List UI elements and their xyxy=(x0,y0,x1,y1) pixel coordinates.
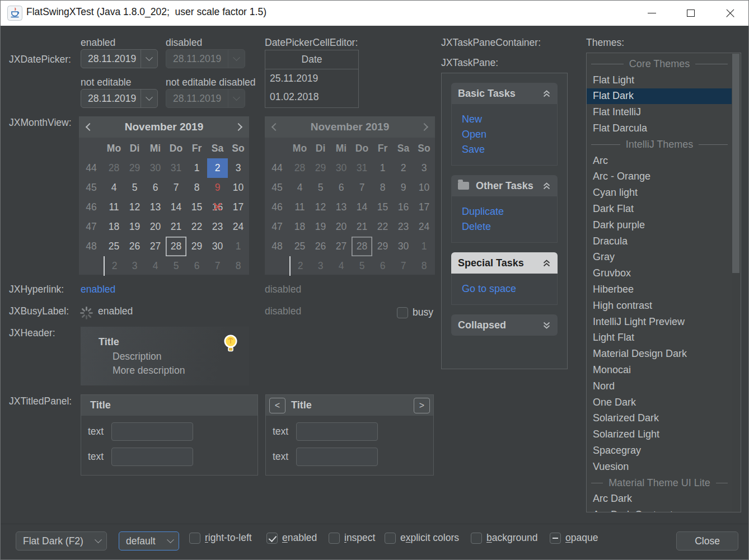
theme-item[interactable]: Arc xyxy=(587,153,732,169)
collapse-double-chevron-icon[interactable] xyxy=(542,259,551,267)
calendar-day[interactable]: 24 xyxy=(228,217,249,237)
calendar-day[interactable]: 28 xyxy=(104,158,124,178)
calendar-day[interactable]: 5 xyxy=(166,256,186,276)
taskpane-action-link[interactable]: Go to space xyxy=(462,281,557,297)
calendar-day[interactable]: 7 xyxy=(207,256,228,276)
calendar-day[interactable]: 6 xyxy=(186,256,207,276)
calendar-day[interactable]: 2 xyxy=(207,158,228,178)
titled-panel-text-input[interactable] xyxy=(111,448,193,466)
theme-item[interactable]: Gray xyxy=(587,250,732,266)
theme-item[interactable]: Dracula xyxy=(587,233,732,250)
titled-panel-text-input[interactable] xyxy=(296,448,378,466)
theme-item[interactable]: Material Design Dark xyxy=(587,346,732,362)
taskpane-header[interactable]: Basic Tasks xyxy=(451,83,558,104)
taskpane-header[interactable]: Special Tasks xyxy=(451,252,558,274)
hyperlink-enabled[interactable]: enabled xyxy=(81,284,115,295)
theme-item[interactable]: Dark purple xyxy=(587,217,732,233)
date-table-row[interactable]: 01.02.2018 xyxy=(265,88,358,106)
date-table-row[interactable]: 25.11.2019 xyxy=(265,69,358,88)
theme-item[interactable]: Flat Dark xyxy=(587,88,732,105)
calendar-day[interactable]: 18 xyxy=(104,217,124,237)
titled-panel-next-button[interactable]: > xyxy=(414,398,430,413)
calendar-day[interactable]: 17 xyxy=(228,197,249,217)
calendar-day[interactable]: 16 xyxy=(207,197,228,217)
checkbox-label[interactable]: inspect xyxy=(344,532,375,544)
themes-scrollbar[interactable] xyxy=(732,54,740,512)
calendar-day[interactable]: 23 xyxy=(207,217,228,237)
titled-panel-prev-button[interactable]: < xyxy=(269,398,285,413)
theme-item[interactable]: IntelliJ Light Preview xyxy=(587,314,732,330)
calendar-day[interactable]: 28 xyxy=(166,237,186,256)
theme-item[interactable]: Arc Dark Contrast xyxy=(587,507,732,512)
theme-item[interactable]: Flat Light xyxy=(587,72,732,88)
theme-item[interactable]: Flat Darcula xyxy=(587,120,732,137)
theme-item[interactable]: High contrast xyxy=(587,298,732,314)
titled-panel-text-input[interactable] xyxy=(111,422,193,441)
calendar-day[interactable]: 8 xyxy=(228,256,249,276)
calendar-dropdown-icon[interactable] xyxy=(141,50,157,68)
taskpane-action-link[interactable]: Save xyxy=(462,142,557,157)
expand-double-chevron-icon[interactable] xyxy=(542,321,551,330)
calendar-day[interactable]: 1 xyxy=(186,158,207,178)
calendar-day[interactable]: 19 xyxy=(124,217,145,237)
collapse-double-chevron-icon[interactable] xyxy=(542,90,551,98)
calendar-day[interactable]: 10 xyxy=(228,178,249,197)
calendar-day[interactable]: 14 xyxy=(166,197,186,217)
calendar-day[interactable]: 3 xyxy=(124,256,145,276)
calendar-day[interactable]: 27 xyxy=(145,237,166,256)
close-button[interactable]: Close xyxy=(676,531,738,550)
maximize-button[interactable] xyxy=(671,1,710,26)
calendar-day[interactable]: 29 xyxy=(186,237,207,256)
calendar-day[interactable]: 3 xyxy=(228,158,249,178)
calendar-day[interactable]: 30 xyxy=(207,237,228,256)
lookandfeel-combo[interactable]: Flat Dark (F2) xyxy=(16,531,107,550)
calendar-day[interactable]: 15 xyxy=(186,197,207,217)
theme-item[interactable]: One Dark xyxy=(587,394,732,411)
calendar-dropdown-icon[interactable] xyxy=(141,90,157,107)
theme-item[interactable]: Arc Dark xyxy=(587,491,732,507)
scale-combo[interactable]: default xyxy=(119,531,179,550)
prev-month-icon[interactable] xyxy=(86,123,93,131)
calendar-day[interactable]: 4 xyxy=(104,178,124,197)
minimize-button[interactable] xyxy=(632,1,671,26)
calendar-day[interactable]: 8 xyxy=(186,178,207,197)
calendar-day[interactable]: 6 xyxy=(145,178,166,197)
checkbox-enabled[interactable] xyxy=(266,533,278,544)
calendar-day[interactable]: 30 xyxy=(145,158,166,178)
theme-item[interactable]: Dark Flat xyxy=(587,201,732,217)
calendar-day[interactable]: 9 xyxy=(207,178,228,197)
calendar-day[interactable]: 12 xyxy=(124,197,145,217)
theme-item[interactable]: Spacegray xyxy=(587,443,732,459)
calendar-day[interactable]: 22 xyxy=(186,217,207,237)
calendar-day[interactable]: 20 xyxy=(145,217,166,237)
theme-item[interactable]: Cyan light xyxy=(587,185,732,201)
calendar-day[interactable]: 29 xyxy=(124,158,145,178)
themes-scrollbar-thumb[interactable] xyxy=(732,54,739,273)
busy-checkbox-label[interactable]: busy xyxy=(413,307,433,318)
calendar-day[interactable]: 1 xyxy=(228,237,249,256)
taskpane-action-link[interactable]: New xyxy=(462,112,557,127)
calendar-day[interactable]: 5 xyxy=(124,178,145,197)
taskpane-header[interactable]: Other Tasks xyxy=(451,175,558,196)
checkbox-label[interactable]: opaque xyxy=(565,532,598,544)
calendar-day[interactable]: 25 xyxy=(104,237,124,256)
collapse-double-chevron-icon[interactable] xyxy=(542,182,551,190)
checkbox-label[interactable]: background xyxy=(486,532,537,544)
calendar-day[interactable]: 13 xyxy=(145,197,166,217)
datepicker-value[interactable]: 28.11.2019 xyxy=(81,53,141,65)
calendar-day[interactable]: 4 xyxy=(145,256,166,276)
checkbox-label[interactable]: explicit colors xyxy=(400,532,459,544)
checkbox-label[interactable]: right-to-left xyxy=(205,532,252,544)
calendar-day[interactable]: 21 xyxy=(166,217,186,237)
checkbox-explicit-colors[interactable] xyxy=(385,533,396,544)
next-month-icon[interactable] xyxy=(235,123,242,131)
theme-item[interactable]: Solarized Light xyxy=(587,426,732,443)
theme-item[interactable]: Light Flat xyxy=(587,330,732,346)
datepicker-enabled[interactable]: 28.11.2019 xyxy=(81,49,158,68)
busy-checkbox[interactable] xyxy=(397,307,408,318)
theme-item[interactable]: Vuesion xyxy=(587,459,732,475)
theme-item[interactable]: Solarized Dark xyxy=(587,411,732,427)
theme-item[interactable]: Nord xyxy=(587,378,732,394)
calendar-day[interactable]: 2 xyxy=(104,256,124,276)
theme-item[interactable]: Gruvbox xyxy=(587,265,732,281)
